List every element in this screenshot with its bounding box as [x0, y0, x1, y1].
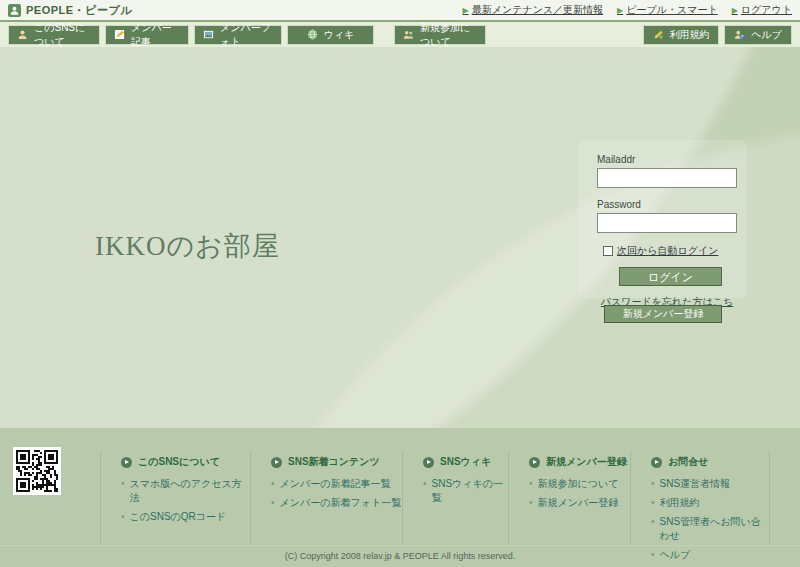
footer-column-wiki: SNSウィキ SNSウィキの一覧 — [402, 451, 508, 545]
footer-link-smartphone-access[interactable]: スマホ版へのアクセス方法 — [121, 477, 250, 505]
nav-left-group: このSNSについて メンバー記事 メンバーフォト ウィキ 新規参加について — [8, 25, 491, 45]
nav-button-wiki[interactable]: ウィキ — [287, 25, 374, 45]
arrow-icon: ▶ — [617, 6, 623, 15]
footer-link-wiki-list[interactable]: SNSウィキの一覧 — [423, 477, 508, 505]
link-people-smart[interactable]: ▶ピープル・スマート — [617, 3, 718, 17]
link-logout[interactable]: ▶ログアウト — [732, 3, 792, 17]
footer-link-contact-admin[interactable]: SNS管理者へお問い合わせ — [651, 515, 769, 543]
site-logo: PEOPLE・ピープル — [8, 3, 132, 18]
auto-login-row: 次回から自動ログイン — [603, 244, 747, 258]
footer-heading-register[interactable]: 新規メンバー登録 — [529, 455, 630, 469]
footer-link-about-joining[interactable]: 新規参加について — [529, 477, 630, 491]
nav-button-about-sns[interactable]: このSNSについて — [8, 25, 100, 45]
auto-login-label[interactable]: 次回から自動ログイン — [617, 244, 718, 258]
utility-links: ▶最新メンテナンス／更新情報 ▶ピープル・スマート ▶ログアウト — [463, 3, 792, 17]
nav-button-terms[interactable]: 利用規約 — [643, 25, 719, 45]
people-logo-icon — [8, 4, 21, 17]
qr-code-image — [13, 447, 61, 495]
footer-column-about-sns: このSNSについて スマホ版へのアクセス方法 このSNSのQRコード — [100, 451, 250, 545]
register-member-button[interactable]: 新規メンバー登録 — [604, 305, 722, 323]
copyright-text: (C) Copyright 2008 relav.jp & PEOPLE All… — [0, 545, 800, 567]
link-maintenance-info[interactable]: ▶最新メンテナンス／更新情報 — [463, 3, 604, 17]
auto-login-checkbox[interactable] — [603, 246, 613, 256]
footer-link-terms[interactable]: 利用規約 — [651, 496, 769, 510]
footer-heading-about-sns[interactable]: このSNSについて — [121, 455, 250, 469]
footer-link-register-member[interactable]: 新規メンバー登録 — [529, 496, 630, 510]
nav-button-member-photos[interactable]: メンバーフォト — [194, 25, 282, 45]
main-area: IKKOのお部屋 Mailaddr Password 次回から自動ログイン ログ… — [0, 47, 800, 428]
footer-column-contact: お問合せ SNS運営者情報 利用規約 SNS管理者へお問い合わせ ヘルプ — [630, 451, 770, 545]
footer-link-sns-qr-code[interactable]: このSNSのQRコード — [121, 510, 250, 524]
footer-column-register: 新規メンバー登録 新規参加について 新規メンバー登録 — [508, 451, 630, 545]
login-panel: Mailaddr Password 次回から自動ログイン ログイン パスワードを… — [578, 140, 747, 298]
footer-link-new-photos[interactable]: メンバーの新着フォト一覧 — [271, 496, 402, 510]
article-icon — [114, 29, 125, 40]
arrow-icon: ▶ — [463, 6, 469, 15]
group-icon — [403, 29, 414, 40]
room-title: IKKOのお部屋 — [95, 228, 280, 264]
password-label: Password — [597, 199, 747, 210]
arrow-icon: ▶ — [732, 6, 738, 15]
footer-columns: このSNSについて スマホ版へのアクセス方法 このSNSのQRコード SNS新着… — [100, 451, 770, 545]
help-icon: ? — [734, 29, 745, 40]
nav-button-member-articles[interactable]: メンバー記事 — [105, 25, 189, 45]
footer-column-new-content: SNS新着コンテンツ メンバーの新着記事一覧 メンバーの新着フォト一覧 — [250, 451, 402, 545]
footer: このSNSについて スマホ版へのアクセス方法 このSNSのQRコード SNS新着… — [0, 428, 800, 567]
play-icon — [651, 457, 662, 468]
footer-heading-wiki[interactable]: SNSウィキ — [423, 455, 508, 469]
footer-link-new-articles[interactable]: メンバーの新着記事一覧 — [271, 477, 402, 491]
top-bar: PEOPLE・ピープル ▶最新メンテナンス／更新情報 ▶ピープル・スマート ▶ロ… — [0, 0, 800, 22]
footer-heading-new-content[interactable]: SNS新着コンテンツ — [271, 455, 402, 469]
globe-icon — [307, 29, 318, 40]
play-icon — [271, 457, 282, 468]
play-icon — [121, 457, 132, 468]
site-title: PEOPLE・ピープル — [26, 3, 132, 18]
nav-button-about-joining[interactable]: 新規参加について — [394, 25, 486, 45]
password-input[interactable] — [597, 213, 737, 233]
login-button[interactable]: ログイン — [619, 267, 722, 286]
pencil-icon — [653, 29, 664, 40]
main-nav: このSNSについて メンバー記事 メンバーフォト ウィキ 新規参加について 利用… — [0, 22, 800, 47]
footer-heading-contact[interactable]: お問合せ — [651, 455, 769, 469]
play-icon — [529, 457, 540, 468]
play-icon — [423, 457, 434, 468]
nav-right-group: 利用規約 ? ヘルプ — [643, 25, 792, 45]
person-icon — [17, 29, 28, 40]
svg-text:?: ? — [741, 34, 744, 39]
mailaddr-input[interactable] — [597, 168, 737, 188]
footer-link-operator-info[interactable]: SNS運営者情報 — [651, 477, 769, 491]
nav-button-help[interactable]: ? ヘルプ — [724, 25, 792, 45]
photo-icon — [203, 29, 214, 40]
mailaddr-label: Mailaddr — [597, 154, 747, 165]
